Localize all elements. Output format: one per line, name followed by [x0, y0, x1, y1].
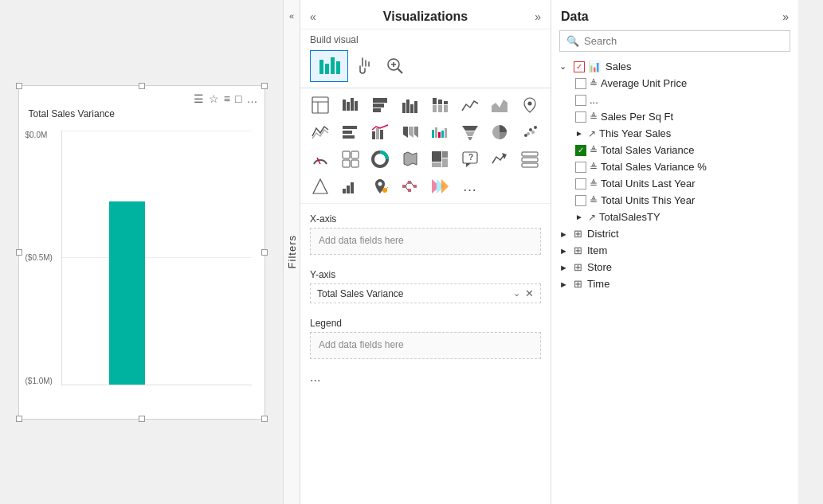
sales-expand-icon[interactable]: ⌄: [559, 61, 570, 72]
avg-unit-price-icon: ≜: [590, 78, 598, 89]
sales-per-sq-ft-checkbox[interactable]: [575, 111, 586, 123]
total-sales-ty-expand[interactable]: ►: [575, 213, 585, 221]
viz-icon-scatter[interactable]: [516, 120, 543, 144]
svg-rect-22: [433, 98, 437, 104]
xaxis-dropzone[interactable]: Add data fields here: [310, 228, 541, 255]
this-year-sales-expand[interactable]: ►: [575, 129, 585, 138]
tree-item-dots[interactable]: ...: [570, 92, 795, 108]
resize-handle-bc[interactable]: [139, 416, 145, 422]
tree-item-total-sales-ty[interactable]: ► ↗ TotalSalesTY: [570, 209, 795, 225]
tree-item-total-sales-variance-pct[interactable]: ≜ Total Sales Variance %: [570, 158, 795, 175]
viz-icon-stacked-col[interactable]: [426, 93, 453, 117]
viz-icon-table[interactable]: [307, 93, 334, 117]
viz-icon-stacked-bar[interactable]: [366, 93, 394, 117]
filter-icon[interactable]: ≡: [224, 92, 230, 105]
svg-rect-59: [432, 162, 441, 167]
viz-icon-funnel[interactable]: [457, 120, 484, 144]
viz-icon-area-chart[interactable]: [486, 93, 513, 117]
pin-icon[interactable]: ☆: [209, 92, 219, 105]
avg-unit-price-checkbox[interactable]: [575, 78, 586, 89]
viz-icon-ribbon[interactable]: [397, 120, 424, 144]
viz-icon-slicer[interactable]: [307, 174, 334, 198]
district-group[interactable]: ► ⊞ District: [555, 225, 795, 242]
item-expand[interactable]: ►: [559, 246, 570, 256]
viz-icon-bar-selected[interactable]: [310, 50, 348, 82]
store-expand[interactable]: ►: [559, 263, 570, 272]
item-grid-icon: ⊞: [574, 244, 582, 256]
svg-rect-68: [343, 189, 346, 193]
viz-icon-treemap[interactable]: [426, 147, 453, 171]
item-group[interactable]: ► ⊞ Item: [555, 242, 795, 259]
resize-handle-br[interactable]: [261, 416, 268, 422]
viz-icon-pie[interactable]: [486, 120, 513, 144]
filters-tab[interactable]: Filters «: [283, 0, 300, 504]
yaxis-close[interactable]: ✕: [525, 287, 534, 299]
viz-icon-map[interactable]: [516, 93, 543, 117]
data-panel-expand[interactable]: »: [782, 10, 789, 23]
menu-icon[interactable]: ☰: [194, 92, 204, 105]
tree-item-sales-per-sq-ft[interactable]: ≜ Sales Per Sq Ft: [570, 108, 795, 125]
svg-rect-11: [343, 100, 346, 111]
viz-icon-gauge[interactable]: [307, 147, 334, 171]
time-expand[interactable]: ►: [559, 279, 570, 289]
tree-item-this-year-sales[interactable]: ► ↗ This Year Sales: [570, 125, 795, 142]
viz-icon-decomp-tree[interactable]: [397, 174, 424, 198]
tree-item-total-units-this-year[interactable]: ≜ Total Units This Year: [570, 192, 795, 209]
tree-item-total-sales-variance[interactable]: ≜ Total Sales Variance: [570, 142, 795, 158]
svg-rect-1: [325, 64, 329, 74]
viz-icon-location-map[interactable]: [366, 174, 394, 198]
dots-checkbox[interactable]: [575, 95, 586, 106]
viz-icon-small-bar[interactable]: [337, 174, 364, 198]
viz-icon-matrix[interactable]: [337, 147, 364, 171]
filters-collapse-icon[interactable]: «: [289, 11, 294, 21]
viz-icon-more[interactable]: …: [457, 174, 484, 198]
viz-icon-multirow-card[interactable]: [516, 147, 543, 171]
resize-handle-tl[interactable]: [16, 83, 22, 89]
yaxis-chevron[interactable]: ⌄: [513, 288, 520, 299]
svg-rect-77: [413, 185, 417, 188]
viz-expand-right[interactable]: »: [535, 10, 541, 23]
viz-icon-clustered-bar[interactable]: [337, 93, 364, 117]
viz-icon-analyze[interactable]: [382, 53, 409, 80]
viz-icon-column-chart[interactable]: [397, 93, 424, 117]
svg-rect-15: [373, 98, 387, 103]
sales-checkbox[interactable]: [574, 61, 585, 72]
search-input[interactable]: [584, 35, 783, 47]
data-panel-title: Data: [561, 10, 589, 24]
viz-icon-qna[interactable]: ?: [457, 147, 484, 171]
more-icon[interactable]: …: [247, 92, 258, 105]
viz-icon-kpi[interactable]: [486, 147, 513, 171]
total-sales-variance-pct-checkbox[interactable]: [575, 162, 586, 173]
resize-handle-tc[interactable]: [139, 83, 145, 89]
tree-item-total-units-last-year[interactable]: ≜ Total Units Last Year: [570, 175, 795, 192]
expand-icon[interactable]: □: [235, 92, 241, 105]
viz-icon-chevrons[interactable]: [426, 174, 453, 198]
resize-handle-tr[interactable]: [261, 83, 268, 89]
svg-point-49: [531, 131, 535, 134]
svg-rect-18: [402, 103, 406, 113]
svg-marker-41: [462, 126, 478, 131]
resize-handle-mr[interactable]: [261, 249, 268, 256]
time-group[interactable]: ► ⊞ Time: [555, 275, 795, 292]
legend-dropzone[interactable]: Add data fields here: [310, 332, 541, 359]
yaxis-actions: ⌄ ✕: [513, 287, 534, 299]
viz-icon-line2[interactable]: [307, 120, 334, 144]
viz-icon-donut[interactable]: [366, 147, 394, 171]
viz-icon-hand[interactable]: [351, 53, 378, 80]
more-options[interactable]: ...: [300, 367, 551, 388]
viz-icon-waterfall[interactable]: [426, 120, 453, 144]
viz-collapse-left[interactable]: «: [310, 10, 316, 23]
viz-icon-line-chart[interactable]: [457, 93, 484, 117]
resize-handle-bl[interactable]: [16, 416, 22, 422]
store-group[interactable]: ► ⊞ Store: [555, 259, 795, 275]
viz-icon-filled-map[interactable]: [397, 147, 424, 171]
total-units-last-year-checkbox[interactable]: [575, 178, 586, 189]
viz-icon-bar2[interactable]: [337, 120, 364, 144]
viz-icon-combo[interactable]: [366, 120, 394, 144]
total-sales-variance-checkbox[interactable]: [575, 145, 586, 156]
tree-item-avg-unit-price[interactable]: ≜ Average Unit Price: [570, 75, 795, 92]
resize-handle-ml[interactable]: [16, 249, 22, 256]
sales-group-header[interactable]: ⌄ 📊 Sales: [555, 58, 795, 75]
district-expand[interactable]: ►: [559, 229, 570, 239]
total-units-this-year-checkbox[interactable]: [575, 195, 586, 206]
